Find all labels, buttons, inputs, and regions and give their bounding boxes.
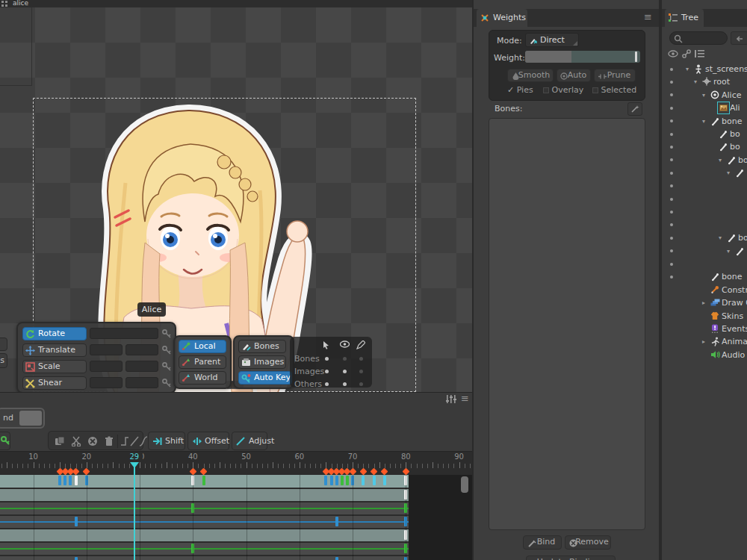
tree-item-bo[interactable]: ▾bo	[662, 154, 747, 167]
viewport-canvas[interactable]: Alice RotateTranslateScaleShear LocalPar…	[0, 7, 472, 392]
sliders-icon[interactable]	[446, 395, 456, 403]
visibility-dot[interactable]	[670, 81, 673, 84]
bones-weight-list[interactable]	[489, 118, 645, 530]
key-icon[interactable]	[161, 378, 172, 388]
rotate-tool-button[interactable]: Rotate	[22, 327, 87, 340]
weights-menu-icon[interactable]: ≡	[644, 13, 652, 22]
tab-alice[interactable]: alice	[13, 0, 28, 7]
timeline-row-green-line[interactable]	[0, 503, 409, 514]
expand-arrow-down[interactable]: ▾	[719, 231, 722, 244]
keyframe-bar[interactable]	[75, 557, 78, 560]
visibility-dot[interactable]	[670, 68, 673, 71]
stepped-curve-icon[interactable]	[120, 436, 129, 447]
expand-arrow-down[interactable]: ▾	[702, 115, 705, 128]
keyframe-diamond[interactable]	[72, 468, 80, 476]
tree-search-input[interactable]	[669, 31, 728, 45]
keyframe-bar[interactable]	[346, 476, 349, 485]
keyframe-diamond[interactable]	[381, 468, 388, 476]
expand-arrow-right[interactable]: ▸	[702, 335, 705, 348]
tree-item-ali[interactable]: Ali	[662, 102, 747, 114]
trash-icon[interactable]	[104, 436, 114, 447]
local-axis-button[interactable]: Local	[179, 340, 226, 353]
matrix-dot[interactable]	[359, 382, 363, 386]
tree-item-drawor[interactable]: ▸Draw Or	[662, 296, 747, 309]
keyframe-bar[interactable]	[58, 476, 61, 485]
parent-axis-button[interactable]: Parent	[179, 355, 226, 369]
key-icon[interactable]	[161, 345, 172, 355]
visibility-dot[interactable]	[670, 184, 673, 187]
tree-item[interactable]	[662, 258, 747, 270]
images-button[interactable]: Images	[238, 355, 286, 369]
visibility-dot[interactable]	[670, 93, 673, 96]
visibility-dot[interactable]	[670, 237, 673, 240]
prune-button[interactable]: Prune	[594, 69, 636, 82]
tree-item-root[interactable]: ▾root	[662, 75, 747, 88]
tree-item-bone[interactable]: ▾bone	[662, 115, 747, 128]
timeline-row-blue-line[interactable]	[0, 516, 409, 528]
expand-arrow-down[interactable]: ▾	[719, 154, 722, 167]
tree-item-events[interactable]: Events	[662, 323, 747, 335]
keyframe-bar[interactable]	[373, 476, 376, 485]
visibility-dot[interactable]	[670, 211, 673, 214]
timeline-ruler[interactable]: 10203040506070809029	[0, 451, 472, 475]
shear-tool-button[interactable]: Shear	[22, 376, 87, 390]
keyframe-bar[interactable]	[63, 476, 66, 485]
linear-curve-icon[interactable]	[130, 436, 139, 447]
matrix-dot[interactable]	[343, 370, 347, 373]
tree-item-bo[interactable]: bo	[662, 128, 747, 140]
keyframe-bar[interactable]	[330, 476, 333, 485]
expand-arrow-down[interactable]: ▾	[702, 89, 705, 102]
dopesheet-rows[interactable]	[0, 475, 472, 560]
bones-filter-button[interactable]	[627, 102, 642, 116]
expand-tree-icon[interactable]	[695, 49, 705, 58]
delete-icon[interactable]	[87, 436, 98, 447]
expand-arrow-right[interactable]: ▸	[702, 296, 705, 309]
cut-icon[interactable]	[71, 436, 81, 447]
tree-item-bo[interactable]: bo	[662, 140, 747, 153]
visibility-dot[interactable]	[670, 158, 673, 161]
key-button-partial[interactable]	[0, 432, 10, 450]
visibility-column-icon[interactable]	[668, 49, 678, 58]
keyframe-diamond[interactable]	[359, 468, 367, 476]
menu-icon[interactable]: ≡	[461, 394, 469, 403]
mode-dropdown[interactable]: Direct	[525, 33, 579, 47]
tree-item[interactable]	[662, 219, 747, 231]
vertical-scrollbar[interactable]	[461, 476, 468, 493]
tab-weights[interactable]: Weights	[477, 9, 527, 27]
tree-item-alice[interactable]: ▾Alice	[662, 89, 747, 102]
keyframe-diamond[interactable]	[349, 468, 356, 476]
auto-key-button[interactable]: Auto Key	[238, 371, 292, 385]
selected-checkbox[interactable]: Selected	[592, 85, 636, 95]
translate-tool-button[interactable]: Translate	[22, 343, 87, 357]
keyframe-diamond[interactable]	[189, 468, 196, 476]
tree-item[interactable]	[662, 180, 747, 193]
partial-button-s[interactable]: s	[0, 353, 7, 368]
link-column-icon[interactable]	[682, 49, 691, 58]
tree-item-audio[interactable]: Audio	[662, 349, 747, 361]
keyframe-bar[interactable]	[324, 476, 327, 485]
keyframe-bar[interactable]	[383, 476, 386, 485]
tree-item-constra[interactable]: Constra	[662, 284, 747, 296]
visibility-dot[interactable]	[670, 276, 673, 279]
matrix-dot[interactable]	[343, 382, 347, 386]
blend-input[interactable]	[19, 411, 42, 426]
keyframe-bar[interactable]	[75, 517, 78, 526]
value-field[interactable]	[125, 377, 158, 388]
expand-arrow-down[interactable]: ▾	[727, 167, 730, 179]
keyframe-bar[interactable]	[202, 476, 205, 485]
remove-button[interactable]: Remove	[565, 535, 611, 550]
update-bindings-button[interactable]: Update Bindings	[526, 556, 616, 560]
matrix-dot[interactable]	[325, 382, 329, 386]
pies-checkbox[interactable]: ✓ Pies	[507, 85, 533, 95]
timeline-row-plain[interactable]	[0, 489, 409, 501]
matrix-dot[interactable]	[343, 357, 347, 361]
visibility-dot[interactable]	[670, 223, 673, 226]
visibility-dot[interactable]	[670, 119, 673, 122]
playhead-line[interactable]	[134, 462, 135, 560]
overlay-checkbox[interactable]: Overlay	[543, 85, 583, 95]
weight-slider-handle[interactable]	[635, 52, 637, 62]
timeline-row-green-line[interactable]	[0, 543, 409, 555]
expand-arrow-down[interactable]: ▾	[727, 245, 730, 258]
visibility-dot[interactable]	[670, 172, 673, 175]
tree-item-bone[interactable]: bone	[662, 270, 747, 283]
